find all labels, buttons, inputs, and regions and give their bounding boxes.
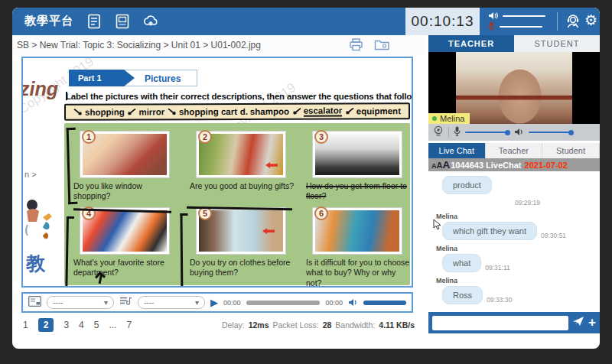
word-bank-item: mirror [127, 107, 164, 116]
mic-icon[interactable] [454, 125, 461, 139]
page-button[interactable]: 3 [63, 320, 69, 330]
pen-mark-icon [345, 107, 354, 115]
page-button[interactable]: 5 [94, 320, 99, 330]
font-size-medium-button[interactable]: A [437, 159, 443, 171]
elapsed-time: 00:00 [223, 299, 241, 307]
chevron-down-icon: ▾ [104, 298, 108, 307]
card-question: Are you good at buying gifts? [190, 181, 295, 191]
app-window: 教學平台 00:10:13 [12, 8, 600, 349]
card-photo-shopping-cart: 2 [196, 131, 286, 178]
player-speaker-icon[interactable] [348, 296, 358, 310]
document-icon[interactable] [86, 13, 103, 30]
pagination: 1 2 3 4 5 ... 7 [23, 318, 132, 332]
slider-knob[interactable] [568, 130, 574, 135]
webcam-icon[interactable] [433, 125, 444, 139]
audio-playlist-icon[interactable] [119, 296, 132, 310]
card-question: Do you try on clothes before buying them… [190, 258, 295, 278]
print-icon[interactable] [349, 38, 363, 54]
card-photo-equipment: 4 [80, 207, 170, 255]
picture-card: 2 Are you good at buying gifts? [187, 128, 295, 201]
packet-loss-label: Packet Loss: [273, 320, 319, 330]
tab-student-video[interactable]: STUDENT [514, 35, 600, 52]
word-bank-item: equipment [345, 106, 401, 115]
dictionary-icon[interactable] [114, 13, 131, 30]
tab-chat-teacher[interactable]: Teacher [486, 143, 543, 158]
message-bubble: which gift they want [442, 222, 537, 240]
webcam-frame [456, 52, 572, 124]
video-av-controls [428, 124, 600, 141]
tab-chat-student[interactable]: Student [542, 143, 600, 158]
seek-bar[interactable] [246, 301, 321, 305]
pen-annotation [65, 216, 74, 288]
add-attachment-button[interactable]: + [588, 315, 596, 330]
mic-volume-slider[interactable] [500, 26, 542, 28]
part-title: Pictures [145, 70, 181, 87]
card-number: 3 [314, 130, 328, 144]
delay-label: Delay: [222, 320, 245, 330]
delay-value: 12ms [249, 320, 269, 330]
video-select[interactable]: ----▾ [47, 296, 114, 309]
lesson-viewer[interactable]: Copyright 2019 Copyright 2019 Copyright … [21, 57, 413, 288]
chat-message: Ross 09:33:30 [442, 286, 600, 304]
mouse-cursor [433, 219, 441, 233]
pen-mark-icon [127, 108, 136, 115]
picture-sheet: 1 Do you like window shopping? 2 Are you… [64, 123, 410, 285]
card-photo-escalator: 3 [312, 131, 402, 178]
margin-cartoon-illustration [23, 197, 57, 249]
folder-image-icon[interactable] [374, 38, 390, 54]
message-sender: Melina [436, 213, 600, 220]
part-banner: Part 1 Pictures [69, 70, 197, 86]
card-photo-shoppers: 1 [80, 131, 170, 178]
speaker-icon[interactable] [514, 125, 524, 139]
player-volume-bar[interactable] [363, 301, 406, 305]
session-timer: 00:10:13 [405, 8, 480, 35]
divider [448, 127, 449, 138]
send-icon[interactable] [572, 316, 584, 330]
cloud-upload-icon[interactable] [142, 13, 159, 30]
video-playlist-icon[interactable] [28, 296, 41, 310]
audio-select[interactable]: ----▾ [138, 296, 205, 309]
margin-logo-character: 教 [26, 251, 45, 276]
message-time: 09:33:30 [487, 296, 512, 304]
word-bank: shopping mirror shopping cart d. shampoo… [64, 102, 410, 121]
speaker-volume-slider[interactable] [503, 15, 545, 17]
slider-knob[interactable] [505, 130, 510, 135]
duration-time: 00:00 [325, 299, 343, 307]
bandwidth-value: 4.11 KB/s [379, 320, 415, 330]
microphone-icon[interactable] [488, 20, 495, 34]
support-headset-icon[interactable] [565, 13, 581, 33]
card-number: 1 [82, 130, 96, 144]
online-status-dot [432, 116, 437, 121]
chat-message-list[interactable]: product 09:29:19 Melina which gift they … [428, 171, 600, 310]
play-button[interactable]: ▶ [210, 297, 218, 307]
breadcrumb: SB > New Trial: Topic 3: Socializing > U… [17, 40, 261, 50]
header-divider [557, 12, 558, 31]
page-button[interactable]: 7 [126, 320, 132, 330]
word-bank-item: shopping [73, 108, 125, 117]
tab-teacher-video[interactable]: TEACHER [428, 35, 514, 52]
word-bank-item: escalator [292, 106, 343, 117]
message-time: 09:31:11 [485, 264, 509, 272]
picture-card: 4 What's your favorite store department? [70, 204, 179, 288]
speaker-level-slider[interactable] [529, 132, 573, 133]
page-button-active[interactable]: 2 [38, 318, 54, 332]
message-time: 09:30:51 [541, 232, 566, 240]
presenter-name: Melina [440, 114, 464, 123]
page-button[interactable]: 4 [79, 320, 84, 330]
message-sender: Melina [436, 245, 600, 252]
message-bubble: Ross [442, 286, 483, 304]
chat-date: 2021-07-02 [525, 161, 568, 170]
word-bank-item: shopping cart [168, 107, 237, 116]
tab-live-chat[interactable]: Live Chat [428, 143, 486, 158]
message-bubble: product [442, 176, 492, 194]
page-button[interactable]: 1 [23, 320, 28, 330]
pen-mark-icon [168, 108, 177, 115]
chat-info-bar: A A A 1044643 LiveChat 2021-07-02 [428, 158, 600, 171]
font-size-large-button[interactable]: A [442, 158, 450, 171]
message-time: 09:29:19 [515, 199, 540, 207]
card-question: How do you get from floor to floor? [306, 181, 412, 201]
settings-gear-icon[interactable]: ⚙ [584, 11, 597, 30]
chat-input[interactable] [432, 316, 568, 330]
mic-level-slider[interactable] [465, 132, 509, 133]
margin-title-fragment: zing [21, 78, 58, 100]
